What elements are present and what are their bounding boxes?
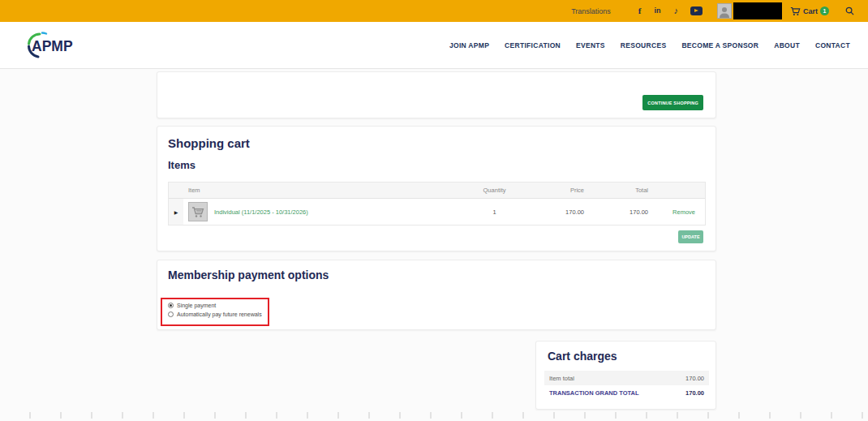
radio-label: Single payment [177,303,216,308]
radio-button-unselected[interactable] [168,311,174,317]
apmp-logo[interactable]: APMP [23,31,75,63]
nav-certification[interactable]: CERTIFICATION [505,41,561,49]
items-title: Items [168,159,196,171]
header-price: Price [533,187,584,194]
person-icon [719,6,730,18]
cart-link[interactable]: Cart 1 [790,6,829,16]
grand-total-row: TRANSACTION GRAND TOTAL 170.00 [544,385,709,400]
nav-events[interactable]: EVENTS [576,41,605,49]
cart-count-badge: 1 [820,6,829,15]
nav-contact[interactable]: CONTACT [815,41,850,49]
item-link[interactable]: Individual (11/1/2025 - 10/31/2026) [214,208,308,216]
charges-rows: Item total 170.00 TRANSACTION GRAND TOTA… [544,371,709,400]
table-row: ▶ Individual (11/1/2025 - 10/31/2026) 1 … [169,199,705,225]
annotation-highlight-box: Single payment Automatically pay future … [161,298,269,326]
radio-auto-renewals[interactable]: Automatically pay future renewals [168,311,268,317]
cart-icon [790,6,801,16]
item-total-row: Item total 170.00 [544,371,709,385]
cart-charges-panel: Cart charges Item total 170.00 TRANSACTI… [535,341,716,410]
tiktok-icon[interactable]: ♪ [673,6,678,15]
header-arrow-column [169,183,183,198]
nav-become-a-sponsor[interactable]: BECOME A SPONSOR [681,41,758,49]
item-total-value: 170.00 [685,375,704,382]
cart-label: Cart [803,7,818,15]
payment-options-title: Membership payment options [168,268,329,281]
page: Translations f in ♪ Cart 1 [0,0,868,421]
site-header: APMP JOIN APMP CERTIFICATION EVENTS RESO… [0,22,868,69]
radio-single-payment[interactable]: Single payment [168,303,268,308]
grand-total-label: TRANSACTION GRAND TOTAL [549,389,639,397]
items-table-header: Item Quantity Price Total [169,183,705,199]
cart-thumbnail-icon [191,206,204,218]
topbar: Translations f in ♪ Cart 1 [0,0,868,22]
cart-charges-title: Cart charges [548,350,617,363]
header-total: Total [584,187,648,194]
translations-link[interactable]: Translations [571,7,611,15]
shopping-cart-title: Shopping cart [168,136,250,150]
nav-resources[interactable]: RESOURCES [621,41,667,49]
radio-button-selected[interactable] [168,303,174,308]
header-quantity: Quantity [456,187,533,194]
item-total-label: Item total [549,375,574,382]
logo-text: APMP [32,38,73,54]
nav-about[interactable]: ABOUT [774,41,800,49]
item-price: 170.00 [533,208,584,216]
update-button[interactable]: UPDATE [678,230,703,243]
nav-join-apmp[interactable]: JOIN APMP [449,41,489,49]
radio-label: Automatically pay future renewals [177,311,262,317]
avatar [717,3,732,19]
shopping-cart-panel: Shopping cart Items Item Quantity Price … [157,126,716,251]
redacted-username [733,2,782,19]
items-table: Item Quantity Price Total ▶ [168,182,706,226]
header-item: Item [183,187,456,194]
row-expand-arrow[interactable]: ▶ [169,199,183,225]
facebook-icon[interactable]: f [638,6,642,15]
main-nav: JOIN APMP CERTIFICATION EVENTS RESOURCES… [449,22,850,69]
linkedin-icon[interactable]: in [654,7,660,15]
search-icon[interactable] [845,6,854,15]
grand-total-value: 170.00 [685,389,704,397]
remove-link[interactable]: Remove [672,208,695,216]
continue-shopping-button[interactable]: CONTINUE SHOPPING [642,95,703,110]
item-quantity: 1 [456,208,533,216]
item-total: 170.00 [584,208,648,216]
bottom-tick-ruler [0,412,868,419]
youtube-icon[interactable] [690,6,703,15]
payment-options-panel: Membership payment options Single paymen… [157,260,716,330]
toolbar-panel: CONTINUE SHOPPING [157,71,716,118]
item-thumbnail [188,202,208,221]
